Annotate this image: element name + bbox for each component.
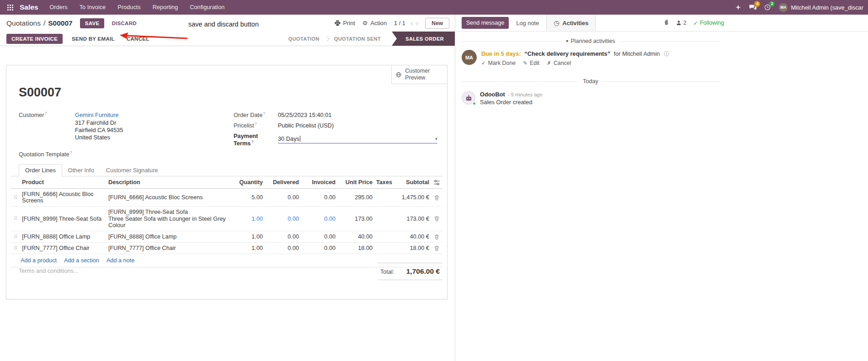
save-button[interactable]: SAVE — [80, 18, 105, 28]
edit-activity-button[interactable]: ✎ Edit — [523, 60, 539, 66]
col-product[interactable]: Product — [20, 176, 107, 188]
followers-button[interactable]: 2 — [676, 20, 687, 26]
planned-activities-header[interactable]: ▾ Planned activities — [461, 38, 720, 44]
optional-columns-icon[interactable] — [431, 176, 442, 188]
cell-product[interactable]: [FURN_6666] Acoustic Bloc Screens — [20, 189, 107, 206]
send-message-button[interactable]: Send message — [462, 17, 509, 29]
col-taxes[interactable]: Taxes — [374, 176, 399, 188]
mark-done-button[interactable]: ✓ Mark Done — [481, 60, 516, 66]
cell-subtotal[interactable]: 173.00 € — [399, 207, 431, 231]
delete-row-icon[interactable] — [431, 243, 442, 254]
cell-taxes[interactable] — [374, 189, 399, 206]
log-note-button[interactable]: Log note — [516, 20, 539, 27]
cell-delivered[interactable]: 0.00 — [265, 231, 301, 242]
status-sales-order[interactable]: SALES ORDER — [392, 32, 455, 46]
cell-product[interactable]: [FURN_8999] Three-Seat Sofa — [20, 207, 107, 231]
tab-order-lines[interactable]: Order Lines — [19, 164, 62, 176]
breadcrumb-quotations[interactable]: Quotations — [6, 19, 41, 27]
action-button[interactable]: ⚙ Action — [362, 20, 387, 27]
cell-taxes[interactable] — [374, 207, 399, 231]
delete-row-icon[interactable] — [431, 231, 442, 242]
apps-menu-icon[interactable] — [5, 5, 16, 11]
menu-reporting[interactable]: Reporting — [147, 0, 184, 15]
order-date-value[interactable]: 05/25/2023 15:40:01 — [278, 111, 331, 118]
cell-unit-price[interactable]: 40.00 — [337, 231, 374, 242]
cell-description[interactable]: [FURN_8999] Three-Seat Sofa Three Seater… — [107, 207, 233, 231]
cell-invoiced[interactable]: 0.00 — [301, 231, 337, 242]
add-product-link[interactable]: Add a product — [21, 257, 57, 264]
add-section-link[interactable]: Add a section — [64, 257, 99, 264]
menu-orders[interactable]: Orders — [44, 0, 74, 15]
cell-description[interactable]: [FURN_8888] Office Lamp — [107, 231, 233, 242]
cancel-activity-button[interactable]: ✗ Cancel — [547, 60, 571, 66]
pager-previous-icon[interactable]: ‹ — [410, 19, 413, 27]
col-invoiced[interactable]: Invoiced — [301, 176, 337, 188]
cell-delivered[interactable]: 0.00 — [265, 207, 301, 231]
cell-description[interactable]: [FURN_7777] Office Chair — [107, 243, 233, 254]
cancel-button[interactable]: CANCEL — [124, 34, 152, 44]
send-by-email-button[interactable]: SEND BY EMAIL — [69, 34, 117, 44]
tab-other-info[interactable]: Other Info — [62, 165, 100, 176]
customer-preview-button[interactable]: Customer Preview — [391, 65, 447, 84]
cell-subtotal[interactable]: 18.00 € — [399, 243, 431, 254]
cell-invoiced[interactable]: 0.00 — [301, 207, 337, 231]
col-quantity[interactable]: Quantity — [233, 176, 265, 188]
user-menu[interactable]: MA Mitchell Admin (save_discar — [779, 3, 863, 12]
cell-taxes[interactable] — [374, 231, 399, 242]
terms-placeholder[interactable]: Terms and conditions... — [19, 268, 78, 274]
cell-product[interactable]: [FURN_7777] Office Chair — [20, 243, 107, 254]
create-invoice-button[interactable]: CREATE INVOICE — [6, 34, 63, 44]
cell-subtotal[interactable]: 1,475.00 € — [399, 189, 431, 206]
delete-row-icon[interactable] — [431, 189, 442, 206]
cell-subtotal[interactable]: 40.00 € — [399, 231, 431, 242]
drag-handle-icon[interactable]: ⠿ — [11, 231, 20, 242]
tab-customer-signature[interactable]: Customer Signature — [100, 165, 164, 176]
table-row[interactable]: ⠿ [FURN_8999] Three-Seat Sofa [FURN_8999… — [11, 207, 442, 231]
print-button[interactable]: Print — [335, 20, 355, 27]
cell-quantity[interactable]: 5.00 — [233, 189, 265, 206]
col-subtotal[interactable]: Subtotal — [399, 176, 431, 188]
message-author[interactable]: OdooBot — [480, 91, 505, 98]
col-description[interactable]: Description — [107, 176, 233, 188]
attachments-button[interactable] — [664, 19, 669, 27]
new-button[interactable]: New — [425, 18, 449, 29]
app-name[interactable]: Sales — [20, 3, 38, 11]
table-row[interactable]: ⠿ [FURN_8888] Office Lamp [FURN_8888] Of… — [11, 231, 442, 243]
cell-unit-price[interactable]: 173.00 — [337, 207, 374, 231]
status-quotation[interactable]: QUOTATION — [281, 32, 327, 46]
cell-quantity[interactable]: 1.00 — [233, 231, 265, 242]
col-unit-price[interactable]: Unit Price — [337, 176, 374, 188]
menu-configuration[interactable]: Configuration — [184, 0, 230, 15]
cell-description[interactable]: [FURN_6666] Acoustic Bloc Screens — [107, 189, 233, 206]
delete-row-icon[interactable] — [431, 207, 442, 231]
cell-delivered[interactable]: 0.00 — [265, 243, 301, 254]
cell-product[interactable]: [FURN_8888] Office Lamp — [20, 231, 107, 242]
drag-handle-icon[interactable]: ⠿ — [11, 189, 20, 206]
cell-invoiced[interactable]: 0.00 — [301, 189, 337, 206]
following-button[interactable]: ✓ Following — [693, 20, 724, 27]
pricelist-value[interactable]: Public Pricelist (USD) — [278, 122, 334, 129]
drag-handle-icon[interactable]: ⠿ — [11, 243, 20, 254]
payment-terms-input[interactable]: 30 Days ▾ — [278, 135, 437, 143]
customer-link[interactable]: Gemini Furniture — [75, 111, 118, 118]
cell-delivered[interactable]: 0.00 — [265, 189, 301, 206]
cell-unit-price[interactable]: 295.00 — [337, 189, 374, 206]
cell-unit-price[interactable]: 18.00 — [337, 243, 374, 254]
sparkle-icon[interactable] — [731, 0, 745, 15]
cell-quantity[interactable]: 1.00 — [233, 207, 265, 231]
menu-products[interactable]: Products — [112, 0, 147, 15]
status-quotation-sent[interactable]: QUOTATION SENT — [327, 32, 388, 46]
dropdown-caret-icon[interactable]: ▾ — [435, 137, 437, 141]
table-row[interactable]: ⠿ [FURN_7777] Office Chair [FURN_7777] O… — [11, 243, 442, 254]
menu-to-invoice[interactable]: To Invoice — [74, 0, 112, 15]
pager[interactable]: 1 / 1 — [394, 20, 405, 27]
cell-quantity[interactable]: 1.00 — [233, 243, 265, 254]
col-delivered[interactable]: Delivered — [265, 176, 301, 188]
discard-button[interactable]: DISCARD — [109, 20, 139, 27]
pager-next-icon[interactable]: › — [416, 19, 419, 27]
add-note-link[interactable]: Add a note — [107, 257, 134, 264]
activity-clock-icon[interactable]: 2 — [761, 0, 774, 15]
cell-invoiced[interactable]: 0.00 — [301, 243, 337, 254]
activities-tab[interactable]: ◷ Activities — [546, 15, 596, 31]
drag-handle-icon[interactable]: ⠿ — [11, 207, 20, 231]
